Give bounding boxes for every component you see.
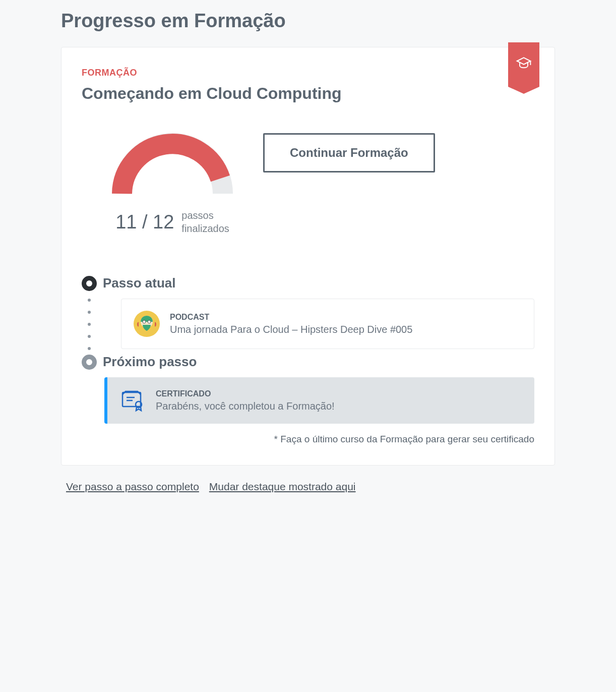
svg-point-3 (143, 320, 146, 323)
timeline-dot (88, 323, 91, 326)
progress-gauge (112, 133, 233, 199)
timeline-dot (88, 347, 91, 350)
next-step-label: Próximo passo (103, 354, 197, 370)
current-step-marker (82, 276, 97, 291)
current-step-card[interactable]: PODCAST Uma jornada Para o Cloud – Hipst… (121, 299, 534, 349)
svg-point-4 (148, 320, 151, 323)
next-step-card[interactable]: CERTIFICADO Parabéns, você completou a F… (104, 377, 534, 424)
step-description: Uma jornada Para o Cloud – Hipsters Deep… (170, 324, 522, 335)
change-highlight-link[interactable]: Mudar destaque mostrado aqui (209, 481, 356, 493)
certificate-icon (119, 387, 146, 414)
steps-label-line1: passos (181, 209, 229, 222)
timeline-dot (88, 299, 91, 302)
formation-ribbon (508, 42, 539, 87)
formation-label: FORMAÇÃO (82, 68, 534, 78)
podcast-icon (134, 311, 160, 337)
course-title: Começando em Cloud Computing (82, 84, 534, 103)
current-step-label: Passo atual (103, 275, 176, 291)
certificate-footnote: * Faça o último curso da Formação para g… (82, 434, 534, 445)
timeline-dot (88, 335, 91, 338)
step-description: Parabéns, você completou a Formação! (156, 400, 522, 412)
page-title: Progresso em Formação (61, 10, 555, 32)
steps-counter: 11 / 12 (115, 211, 174, 233)
timeline-dot (88, 311, 91, 314)
step-type-label: PODCAST (170, 313, 522, 322)
next-step-marker (82, 355, 97, 370)
step-type-label: CERTIFICADO (156, 389, 522, 398)
view-full-steps-link[interactable]: Ver passo a passo completo (66, 481, 199, 493)
continue-formation-button[interactable]: Continuar Formação (263, 133, 435, 172)
svg-rect-5 (122, 392, 141, 407)
steps-label-line2: finalizados (181, 222, 229, 235)
formation-card: FORMAÇÃO Começando em Cloud Computing 11… (61, 47, 555, 466)
graduation-cap-icon (516, 55, 532, 73)
